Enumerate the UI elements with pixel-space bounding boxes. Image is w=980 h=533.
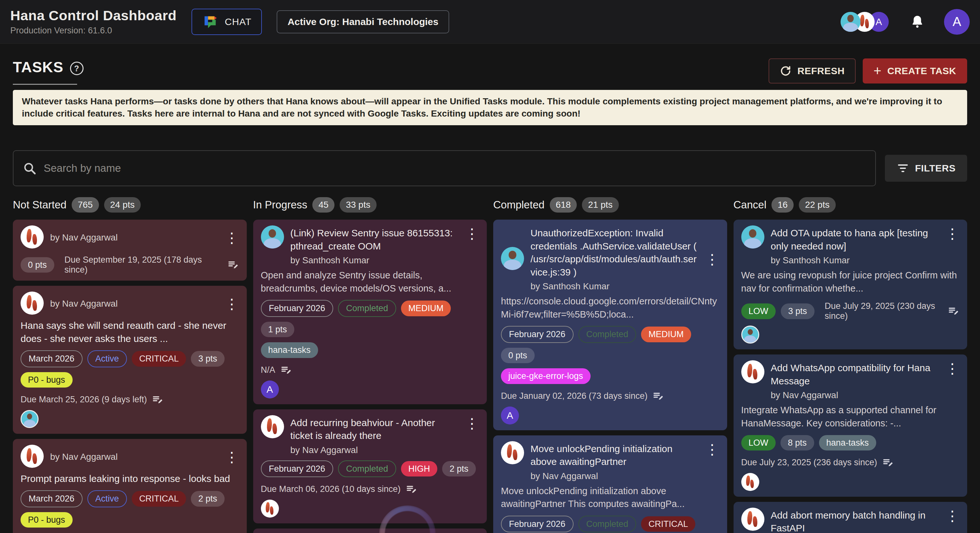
task-card[interactable]: Add recurring beahviour - Another ticket… [253,409,487,523]
column-points-badge: 24 pts [104,197,141,213]
edit-note-icon[interactable] [228,259,239,271]
column-points-badge: 21 pts [582,197,619,213]
avatar-stack[interactable]: A [840,12,889,32]
kebab-menu-icon[interactable]: ⋮ [705,251,719,266]
tag-badge: hana-tasks [819,435,876,451]
hana-avatar [741,360,764,383]
status-badge: Completed [338,460,396,477]
refresh-button[interactable]: REFRESH [768,59,856,84]
hana-avatar [501,441,524,464]
column-count-badge: 618 [550,197,577,213]
task-card[interactable]: by Nav Aggarwal ⋮ Prompt params leaking … [13,439,247,533]
column-cancel: Cancel 16 22 pts Add OTA update to hana … [733,197,967,533]
points-badge: 3 pts [191,351,224,366]
task-description: Open and analyze Sentry issue details, b… [261,269,479,295]
points-badge: 8 pts [781,435,814,451]
task-byline: by Santhosh Kumar [530,281,699,292]
task-title: Move unlockPending initialization above … [530,443,699,468]
task-card[interactable]: by Nav Aggarwal ⋮ Hana says she will sen… [13,286,247,434]
kebab-menu-icon[interactable]: ⋮ [225,296,239,311]
chat-button-label: CHAT [225,16,251,27]
refresh-icon [780,65,792,77]
search-input[interactable] [44,162,866,174]
points-badge: 3 pts [781,303,815,319]
column-cards: by Nav Aggarwal ⋮ 0 pts Due September 19… [13,220,247,533]
edit-note-icon[interactable] [652,390,664,402]
tag-badge: juice-gke-error-logs [501,368,590,384]
task-description: https://console.cloud.google.com/errors/… [501,295,719,321]
task-byline: by Nav Aggarwal [50,452,218,462]
task-description: Integrate WhatsApp as a supported channe… [741,404,960,430]
kebab-menu-icon[interactable]: ⋮ [705,441,719,481]
kebab-menu-icon[interactable]: ⋮ [465,415,479,455]
hana-avatar [21,445,44,468]
notifications-bell-icon[interactable] [910,14,925,29]
due-date: Due January 02, 2026 (73 days since) [501,391,648,401]
task-card[interactable]: Add abort memory batch handling in FastA… [733,502,967,533]
column-not-started: Not Started 765 24 pts by Nav Aggarwal ⋮… [13,197,247,533]
column-count-badge: 45 [312,197,334,213]
filter-icon [896,162,909,174]
priority-badge: LOW [741,435,776,451]
column-title: In Progress [253,199,307,211]
kebab-menu-icon[interactable]: ⋮ [465,225,479,265]
priority-badge: MEDIUM [641,327,691,342]
kebab-menu-icon[interactable]: ⋮ [225,230,239,244]
column-cards: UnauthorizedException: Invalid credentia… [493,220,727,533]
column-completed: Completed 618 21 pts UnauthorizedExcepti… [493,197,727,533]
kebab-menu-icon[interactable]: ⋮ [945,508,959,533]
status-badge: Completed [578,516,636,532]
task-title: Hana says she will send reauth card - sh… [21,319,239,345]
task-byline: by Nav Aggarwal [50,232,218,243]
task-card[interactable]: Add the ability to select mutliple sheet… [253,528,487,533]
hana-avatar [21,225,44,249]
tag-badge: P0 - bugs [21,372,73,387]
profile-avatar[interactable]: A [944,9,970,35]
status-badge: Completed [578,326,636,343]
edit-note-icon[interactable] [280,365,292,376]
kebab-menu-icon[interactable]: ⋮ [945,360,959,400]
column-title: Not Started [13,199,67,211]
filters-button[interactable]: FILTERS [885,155,967,182]
task-card[interactable]: Move unlockPending initialization above … [493,435,727,533]
kebab-menu-icon[interactable]: ⋮ [945,225,959,265]
assignee-avatar: A [501,406,519,425]
month-badge: March 2026 [21,350,83,367]
edit-note-icon[interactable] [152,394,164,406]
task-description: Move unlockPending initialization above … [501,484,719,511]
kebab-menu-icon[interactable]: ⋮ [225,449,239,464]
task-card[interactable]: (Link) Review Sentry issue 86155313: pth… [253,220,487,404]
edit-note-icon[interactable] [882,457,894,468]
edit-note-icon[interactable] [406,484,417,495]
points-badge: 2 pts [191,491,224,506]
active-org-button[interactable]: Active Org: Hanabi Technologies [277,10,450,33]
task-title: (Link) Review Sentry issue 86155313: pth… [291,227,459,253]
task-title: UnauthorizedException: Invalid credentia… [530,227,699,279]
kanban-board: Not Started 765 24 pts by Nav Aggarwal ⋮… [13,197,967,533]
assignee-avatar [741,473,759,491]
create-task-button[interactable]: + CREATE TASK [863,59,967,84]
task-card[interactable]: Add WhatsApp compatibility for Hana Mess… [733,354,967,497]
task-title: Add OTA update to hana apk [testing only… [771,227,939,253]
task-card[interactable]: Add OTA update to hana apk [testing only… [733,220,967,349]
due-date: Due March 25, 2026 (9 days left) [21,395,147,405]
month-badge: February 2026 [501,326,574,343]
status-badge: Completed [338,300,396,317]
column-title: Cancel [733,199,767,211]
points-badge: 2 pts [442,461,476,476]
priority-badge: CRITICAL [641,516,695,532]
tag-badge: hana-tasks [261,342,318,358]
column-in-progress: In Progress 45 33 pts (Link) Review Sent… [253,197,487,533]
avatar-photo [840,12,861,32]
user-photo-avatar [261,225,284,249]
help-icon[interactable]: ? [70,62,84,75]
task-title: Add WhatsApp compatibility for Hana Mess… [771,362,939,387]
assignee-avatar [21,410,38,428]
search-box[interactable] [13,150,876,186]
task-card[interactable]: UnauthorizedException: Invalid credentia… [493,220,727,430]
task-byline: by Nav Aggarwal [50,298,218,309]
task-title: Add abort memory batch handling in FastA… [771,509,939,533]
task-card[interactable]: by Nav Aggarwal ⋮ 0 pts Due September 19… [13,220,247,281]
chat-button[interactable]: CHAT [191,9,262,35]
edit-note-icon[interactable] [948,305,959,317]
